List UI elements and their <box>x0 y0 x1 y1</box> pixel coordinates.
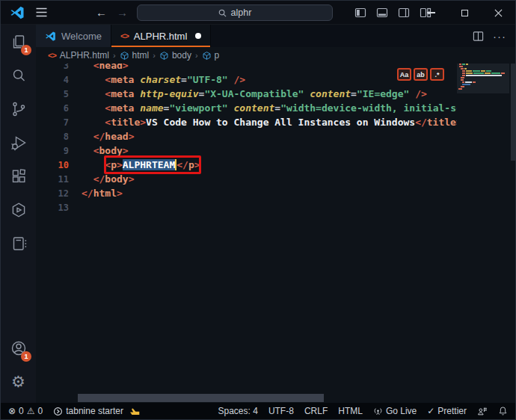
annotation-highlight-box <box>104 155 201 174</box>
code-token: < <box>105 117 111 128</box>
code-line[interactable]: 8 </head> <box>36 129 515 143</box>
minimap[interactable] <box>457 64 509 403</box>
notebook-extension-icon[interactable] <box>1 226 36 260</box>
close-button[interactable] <box>482 1 515 25</box>
settings-gear-icon[interactable]: ⚙ <box>1 365 36 398</box>
regex-icon[interactable]: .* <box>430 68 444 81</box>
encoding-status[interactable]: UTF-8 <box>268 406 294 416</box>
code-token: </ <box>93 173 105 185</box>
minimap-segment <box>462 84 470 85</box>
minimize-button[interactable] <box>414 1 448 25</box>
account-icon[interactable]: 1 <box>1 331 36 365</box>
minimap-segment <box>473 81 476 83</box>
code-line[interactable]: 13 <box>36 200 515 214</box>
go-live-status[interactable]: Go Live <box>373 406 417 416</box>
menu-hamburger-icon[interactable] <box>33 4 49 21</box>
breadcrumb-item-html[interactable]: html <box>120 50 150 61</box>
forward-arrow-icon: → <box>117 6 128 19</box>
check-icon: ✓ <box>427 406 434 416</box>
minimap-segment <box>462 72 465 74</box>
breadcrumb-sep-icon: › <box>113 51 116 60</box>
language-mode-status[interactable]: HTML <box>338 406 363 416</box>
minimap-segment <box>462 70 465 72</box>
run-debug-icon[interactable] <box>1 126 36 159</box>
toggle-secondary-sidebar-icon[interactable] <box>398 7 410 19</box>
eol-status[interactable]: CRLF <box>304 406 328 416</box>
minimap-segment <box>491 72 500 74</box>
tabnine-status[interactable]: tabnine starter <box>53 406 140 416</box>
pointing-hand-icon <box>129 407 140 416</box>
code-token <box>228 74 234 85</box>
code-text: </head> <box>82 129 134 143</box>
code-token <box>82 117 105 128</box>
code-token: = <box>181 74 187 85</box>
code-token: </ <box>93 131 105 142</box>
code-token: title <box>111 117 140 128</box>
minimap-segment <box>481 70 485 72</box>
extensions-icon[interactable] <box>1 159 36 193</box>
breadcrumb-file[interactable]: ALPHR.html <box>60 50 109 61</box>
code-token: < <box>105 88 111 99</box>
minimap-segment <box>459 64 461 65</box>
problems-status[interactable]: ⊗ 0 ⚠ 0 <box>8 406 43 416</box>
minimap-segment <box>473 70 480 72</box>
code-line[interactable]: 6 <meta name="viewport" content="width=d… <box>36 101 515 115</box>
minimap-segment <box>462 64 465 65</box>
search-sidebar-icon[interactable] <box>1 58 36 92</box>
vscode-tab-icon <box>45 31 56 42</box>
unsaved-dot-icon[interactable] <box>195 33 201 39</box>
code-text: <meta name="viewport" content="width=dev… <box>82 101 515 115</box>
warning-count: 0 <box>38 406 43 416</box>
code-token <box>82 173 93 185</box>
explorer-icon[interactable]: 1 <box>1 25 36 58</box>
tab-welcome[interactable]: Welcome <box>36 25 111 47</box>
tab-bar: Welcome <> ALPHR.html ··· <box>36 25 515 47</box>
search-box-value: alphr <box>231 7 252 18</box>
code-token: content <box>234 102 275 114</box>
tab-alphr-html[interactable]: <> ALPHR.html <box>111 25 211 47</box>
command-search-box[interactable]: alphr <box>137 4 333 21</box>
split-editor-icon[interactable] <box>473 31 484 42</box>
match-case-icon[interactable]: Aa <box>397 68 411 81</box>
code-token: "X-UA-Compatible" <box>204 88 304 99</box>
hexagon-extension-icon[interactable] <box>1 193 36 226</box>
prettier-status[interactable]: ✓ Prettier <box>427 406 467 416</box>
source-control-icon[interactable] <box>1 92 36 126</box>
code-line[interactable]: 5 <meta http-equiv="X-UA-Compatible" con… <box>36 87 515 101</box>
toggle-panel-icon[interactable] <box>376 7 388 19</box>
code-token: /> <box>234 74 246 85</box>
more-actions-icon[interactable]: ··· <box>493 30 506 43</box>
breadcrumb-item-body[interactable]: body <box>159 50 191 61</box>
code-editor[interactable]: 3 <head>4 <meta charset="UTF-8" />5 <met… <box>36 58 515 214</box>
code-token: > <box>129 173 135 185</box>
maximize-button[interactable] <box>448 1 482 25</box>
vertical-scrollbar-slider[interactable] <box>511 64 515 161</box>
notifications-status[interactable] <box>498 406 508 416</box>
code-line[interactable]: 12</html> <box>36 186 515 200</box>
code-token: > <box>123 145 129 156</box>
account-badge: 1 <box>21 351 31 362</box>
whole-word-icon[interactable]: ab <box>414 68 428 81</box>
code-token <box>409 88 415 99</box>
status-bar: ⊗ 0 ⚠ 0 tabnine starter Spaces: 4 <box>1 403 515 419</box>
indentation-status[interactable]: Spaces: 4 <box>218 406 258 416</box>
vscode-window: ← → alphr <box>0 0 516 420</box>
minimap-segment <box>466 64 468 65</box>
error-count: 0 <box>19 406 24 416</box>
minimap-segment <box>466 75 502 76</box>
breadcrumb-file-icon: <> <box>48 51 56 60</box>
line-number: 6 <box>36 103 69 114</box>
horizontal-scrollbar-slider[interactable] <box>78 394 324 402</box>
code-token: meta <box>111 102 134 114</box>
code-line[interactable]: 7 <title>VS Code How to Change All Insta… <box>36 115 515 129</box>
code-token: /> <box>415 88 427 99</box>
go-live-label: Go Live <box>386 406 417 416</box>
code-text: <meta charset="UTF-8" /> <box>82 72 245 87</box>
toggle-sidebar-icon[interactable] <box>354 7 366 19</box>
back-arrow-icon[interactable]: ← <box>96 6 107 19</box>
feedback-status[interactable] <box>477 407 488 416</box>
code-token: > <box>140 117 146 128</box>
breadcrumb-item-p[interactable]: p <box>202 50 220 61</box>
vertical-scrollbar[interactable] <box>509 64 515 403</box>
code-token: > <box>129 131 135 142</box>
